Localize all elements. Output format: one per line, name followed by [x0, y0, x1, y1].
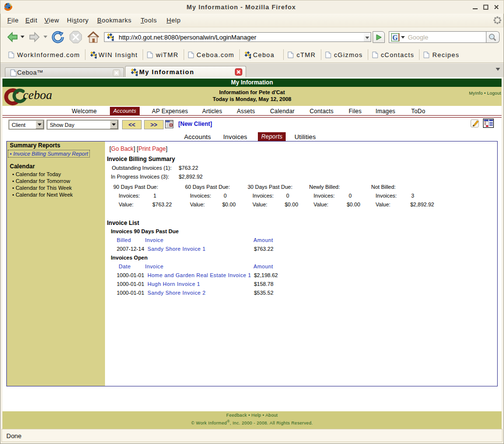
- svg-text:G: G: [393, 34, 398, 41]
- svg-text:ceboa: ceboa: [23, 88, 52, 101]
